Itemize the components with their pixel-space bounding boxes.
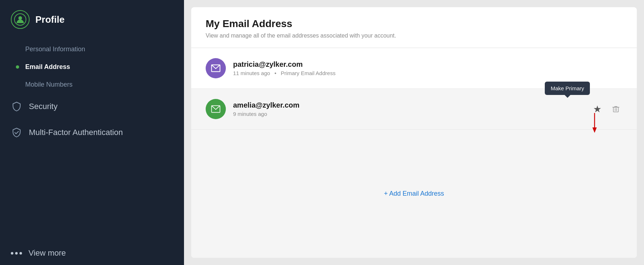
person-icon: [14, 13, 26, 26]
main-content: My Email Address View and manage all of …: [184, 0, 644, 265]
nav-item-label: Personal Information: [25, 45, 85, 53]
sidebar-profile[interactable]: Profile: [0, 0, 184, 37]
primary-email-address: patricia@zylker.com: [233, 60, 622, 69]
sidebar-item-security[interactable]: Security: [0, 94, 184, 120]
red-arrow-indicator: [591, 113, 598, 133]
secondary-email-meta: 9 minutes ago: [233, 111, 583, 117]
secondary-email-address: amelia@zylker.com: [233, 101, 583, 109]
svg-point-1: [18, 16, 22, 20]
sidebar-item-mfa[interactable]: Multi-Factor Authentication: [0, 120, 184, 145]
delete-email-button[interactable]: [609, 103, 622, 116]
sidebar-navigation: Personal Information Email Address Mobil…: [0, 37, 184, 241]
email-avatar-primary: [206, 58, 226, 78]
add-email-button[interactable]: + Add Email Address: [384, 190, 444, 197]
primary-email-time: 11 minutes ago: [233, 70, 270, 76]
sidebar-item-mobile-numbers[interactable]: Mobile Numbers: [0, 76, 184, 94]
sidebar: Profile Personal Information Email Addre…: [0, 0, 184, 265]
primary-email-label: Primary Email Address: [281, 70, 336, 76]
card-header: My Email Address View and manage all of …: [191, 7, 637, 48]
profile-icon: [11, 10, 30, 29]
security-label: Security: [29, 102, 57, 111]
svg-marker-8: [592, 127, 597, 133]
meta-separator: •: [275, 70, 276, 76]
secondary-email-time: 9 minutes ago: [233, 111, 267, 117]
dots-icon: [11, 252, 22, 255]
trash-icon: [612, 105, 620, 113]
view-more-button[interactable]: View more: [0, 241, 184, 265]
nav-item-label: Email Address: [25, 63, 70, 71]
primary-email-meta: 11 minutes ago • Primary Email Address: [233, 70, 622, 76]
nav-item-label: Mobile Numbers: [25, 81, 73, 88]
email-info-secondary: amelia@zylker.com 9 minutes ago: [233, 101, 583, 117]
email-info-primary: patricia@zylker.com 11 minutes ago • Pri…: [233, 60, 622, 76]
svg-rect-4: [613, 107, 618, 112]
card-body: patricia@zylker.com 11 minutes ago • Pri…: [191, 48, 637, 258]
envelope-icon: [211, 104, 221, 114]
shield-check-icon: [11, 127, 22, 138]
tooltip-text: Make Primary: [545, 82, 590, 95]
add-email-section: + Add Email Address: [191, 130, 637, 258]
profile-title: Profile: [35, 14, 65, 25]
page-title: My Email Address: [206, 18, 622, 30]
shield-icon: [11, 101, 22, 112]
email-card: My Email Address View and manage all of …: [191, 7, 637, 258]
sidebar-item-personal-information[interactable]: Personal Information: [0, 40, 184, 58]
mfa-label: Multi-Factor Authentication: [29, 128, 123, 137]
make-primary-tooltip: Make Primary: [545, 82, 590, 95]
page-subtitle: View and manage all of the email address…: [206, 32, 622, 39]
email-avatar-secondary: [206, 99, 226, 119]
email-row-secondary: amelia@zylker.com 9 minutes ago Make Pri…: [191, 89, 637, 130]
view-more-label: View more: [29, 248, 66, 258]
sidebar-item-email-address[interactable]: Email Address: [0, 58, 184, 76]
active-indicator: [16, 65, 19, 69]
envelope-icon: [211, 63, 221, 73]
